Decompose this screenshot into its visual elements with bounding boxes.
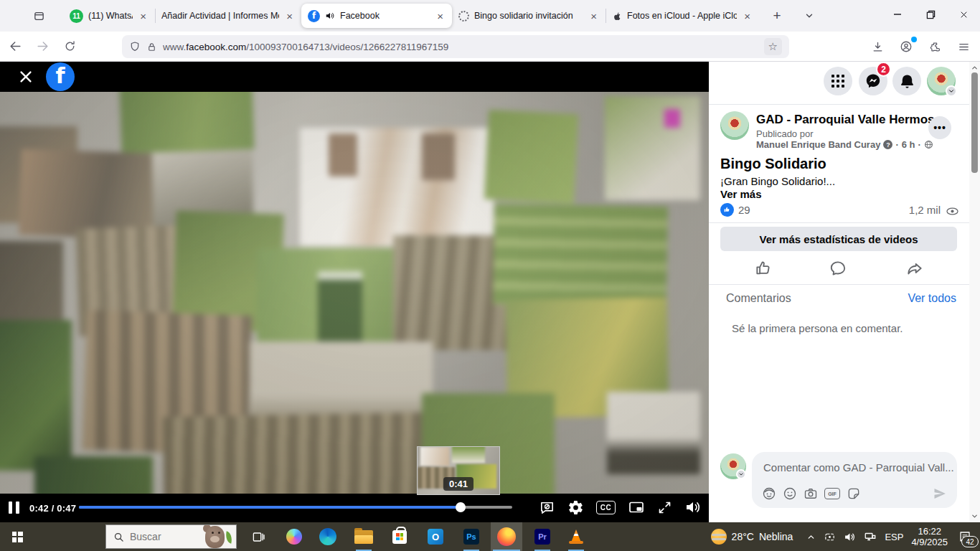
chatgpt-favicon-icon xyxy=(458,11,469,22)
tray-capture-icon[interactable] xyxy=(824,531,836,543)
see-all-comments-link[interactable]: Ver todos xyxy=(908,292,956,305)
page-scrollbar[interactable] xyxy=(969,62,980,522)
close-video-icon[interactable] xyxy=(18,69,34,85)
video-stats-button[interactable]: Ver más estadísticas de videos xyxy=(720,227,957,251)
video-haze-overlay xyxy=(0,92,709,494)
like-action-button[interactable] xyxy=(748,258,779,279)
start-button[interactable] xyxy=(0,522,34,551)
like-count[interactable]: 29 xyxy=(738,204,750,216)
settings-gear-icon[interactable] xyxy=(567,499,584,516)
divider xyxy=(709,284,969,285)
audio-playing-icon[interactable] xyxy=(325,11,335,21)
network-icon[interactable] xyxy=(864,530,877,543)
send-comment-icon[interactable] xyxy=(933,486,947,501)
firefox-view-button[interactable] xyxy=(27,5,50,27)
keyboard-language[interactable]: ESP xyxy=(885,532,903,542)
lock-icon[interactable] xyxy=(146,42,157,52)
scroll-down-icon[interactable] xyxy=(969,511,980,522)
notifications-button[interactable] xyxy=(892,67,921,95)
scrollbar-thumb[interactable] xyxy=(971,72,978,173)
hidden-icons-chevron-icon[interactable] xyxy=(806,532,816,542)
notification-center-button[interactable]: 42 xyxy=(956,527,974,546)
taskbar-clock[interactable]: 16:22 4/9/2025 xyxy=(911,526,948,547)
page-name[interactable]: GAD - Parroquial Valle Hermoso xyxy=(756,113,942,127)
search-input[interactable] xyxy=(130,531,192,542)
apps-menu-button[interactable] xyxy=(824,67,852,95)
video-topbar: f xyxy=(0,62,709,92)
picture-in-picture-icon[interactable] xyxy=(628,499,645,516)
url-bar[interactable]: www.facebook.com/100093700164713/videos/… xyxy=(122,35,789,58)
tab-close-icon[interactable]: × xyxy=(742,10,753,22)
page-avatar[interactable] xyxy=(720,111,749,140)
tab-chatgpt[interactable]: Bingo solidario invitación × xyxy=(452,4,606,28)
firefox-icon[interactable] xyxy=(491,522,522,551)
share-action-button[interactable] xyxy=(899,258,930,279)
emoji-icon[interactable] xyxy=(783,486,797,501)
downloads-icon[interactable] xyxy=(865,35,890,58)
volume-icon[interactable] xyxy=(684,499,702,516)
temperature: 28°C xyxy=(732,531,754,542)
tab-close-icon[interactable]: × xyxy=(138,10,149,22)
gif-icon[interactable]: GIF xyxy=(824,488,840,499)
premiere-icon[interactable]: Pr xyxy=(527,522,558,551)
post-options-button[interactable]: ••• xyxy=(928,116,951,139)
minimize-button[interactable] xyxy=(881,0,914,29)
help-icon[interactable]: ? xyxy=(883,140,892,149)
author-name[interactable]: Manuel Enrique Band Curay xyxy=(756,139,880,150)
tab-facebook-active[interactable]: f Facebook × xyxy=(301,4,452,28)
clock-date: 4/9/2025 xyxy=(911,537,948,547)
restore-button[interactable] xyxy=(914,0,947,29)
reload-button[interactable] xyxy=(57,35,82,58)
video-player[interactable]: f xyxy=(0,62,709,522)
new-tab-button[interactable]: + xyxy=(766,5,788,27)
scroll-up-icon[interactable] xyxy=(969,62,980,73)
shield-icon[interactable] xyxy=(129,41,141,52)
bookmark-star-icon[interactable]: ☆ xyxy=(764,38,782,55)
composer-identity-chevron-icon[interactable] xyxy=(736,469,746,479)
forward-button[interactable] xyxy=(30,35,55,58)
captions-icon[interactable]: CC xyxy=(596,501,616,514)
tab-whatsapp[interactable]: 11 (11) WhatsApp Business × xyxy=(63,4,155,28)
photoshop-icon[interactable]: Ps xyxy=(456,522,487,551)
back-button[interactable] xyxy=(3,35,27,58)
task-view-button[interactable] xyxy=(242,522,274,551)
file-explorer-icon[interactable] xyxy=(348,522,380,551)
camera-icon[interactable] xyxy=(804,486,818,501)
tab-close-icon[interactable]: × xyxy=(588,10,599,22)
see-more-link[interactable]: Ver más xyxy=(720,188,762,200)
tab-list-button[interactable] xyxy=(799,5,819,27)
tray-volume-icon[interactable] xyxy=(844,531,856,543)
comment-action-button[interactable] xyxy=(822,258,854,279)
extensions-icon[interactable] xyxy=(923,35,947,58)
vlc-icon[interactable] xyxy=(560,522,592,551)
hide-comments-icon[interactable] xyxy=(539,499,555,516)
url-text[interactable]: www.facebook.com/100093700164713/videos/… xyxy=(163,42,448,52)
tab-icloud[interactable]: Fotos en iCloud - Apple iClou × xyxy=(606,4,759,28)
menu-hamburger-icon[interactable] xyxy=(951,35,976,58)
progress-handle[interactable] xyxy=(456,502,466,512)
avatar-sticker-icon[interactable] xyxy=(762,486,776,501)
outlook-icon[interactable]: O xyxy=(420,522,451,551)
comment-placeholder[interactable]: Comentar como GAD - Parroquial Vall... xyxy=(763,461,954,474)
post-time[interactable]: 6 h xyxy=(902,139,915,150)
tab-close-icon[interactable]: × xyxy=(284,10,295,22)
copilot-icon[interactable] xyxy=(278,522,310,551)
sticker-icon[interactable] xyxy=(847,486,861,501)
close-window-button[interactable] xyxy=(947,0,980,29)
seek-bar[interactable] xyxy=(79,506,512,509)
comment-composer[interactable]: Comentar como GAD - Parroquial Vall... G… xyxy=(752,452,957,508)
whatsapp-badge-icon: 11 xyxy=(70,9,83,23)
microsoft-store-icon[interactable] xyxy=(384,522,415,551)
taskbar-search[interactable] xyxy=(105,524,237,549)
edge-icon[interactable] xyxy=(312,522,344,551)
video-frame[interactable] xyxy=(0,92,709,494)
account-icon[interactable] xyxy=(894,35,918,58)
tab-close-icon[interactable]: × xyxy=(435,10,446,22)
fullscreen-icon[interactable] xyxy=(657,500,672,515)
like-reaction-icon[interactable] xyxy=(720,203,734,217)
pause-button[interactable] xyxy=(9,501,19,514)
profile-chevron-icon[interactable] xyxy=(946,85,957,97)
facebook-logo-icon[interactable]: f xyxy=(46,62,75,91)
weather-widget[interactable]: 28°C Neblina xyxy=(711,529,793,545)
tab-informes[interactable]: Añadir Actividad | Informes Mens × xyxy=(155,4,301,28)
